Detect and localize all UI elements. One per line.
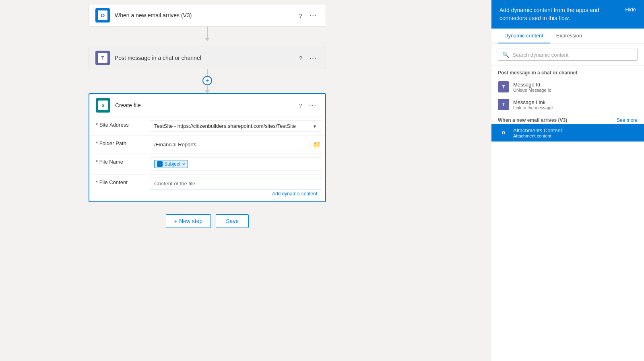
file-name-input-wrapper[interactable]: Subject ✕	[146, 154, 325, 174]
subject-chip-label: Subject	[164, 161, 180, 167]
message-link-icon: T	[498, 99, 509, 110]
teams-step-title: Post message in a chat or channel	[115, 55, 297, 61]
file-name-input[interactable]: Subject ✕	[150, 157, 321, 171]
panel-hide-button[interactable]: Hide	[625, 6, 636, 12]
folder-browser-icon[interactable]: 📁	[313, 141, 321, 148]
site-address-label: * Site Address	[89, 117, 146, 133]
email-help-button[interactable]: ?	[297, 11, 304, 20]
add-dynamic-content-link[interactable]: Add dynamic content	[150, 189, 321, 198]
connector-arrow-1	[205, 38, 210, 41]
message-link-name: Message Link	[513, 99, 638, 105]
file-content-input-wrapper[interactable]: Add dynamic content	[146, 174, 325, 201]
message-id-text: Message Id Unique Message Id	[513, 82, 638, 92]
file-content-label: * File Content	[89, 174, 146, 190]
dynamic-content-panel: Add dynamic content from the apps and co…	[491, 0, 644, 361]
subject-chip-close[interactable]: ✕	[182, 162, 185, 166]
message-link-text: Message Link Link to the message	[513, 99, 638, 110]
connector-line-bottom	[207, 85, 208, 90]
site-address-row: * Site Address TestSite - https://citize…	[89, 117, 325, 135]
attachments-content-name: Attachments Content	[513, 127, 638, 133]
outlook-icon: O	[98, 10, 107, 20]
site-address-input-wrapper[interactable]: TestSite - https://citizenbuilders.share…	[146, 117, 325, 135]
see-more-link[interactable]: See more	[617, 117, 638, 123]
file-name-row: * File Name Subject ✕	[89, 154, 325, 174]
outlook-icon-wrapper: O	[95, 8, 110, 23]
panel-header: Add dynamic content from the apps and co…	[491, 0, 644, 29]
panel-header-text: Add dynamic content from the apps and co…	[500, 6, 625, 22]
teams-icon-wrapper: T	[95, 51, 110, 65]
search-box[interactable]: 🔍	[498, 49, 638, 61]
section-title-email: When a new email arrives (V3)	[498, 117, 567, 123]
connector-line-1	[207, 27, 208, 38]
new-step-button[interactable]: + New step	[166, 214, 211, 228]
teams-step-actions: ? ···	[297, 53, 319, 63]
teams-ellipsis-button[interactable]: ···	[307, 53, 319, 63]
email-ellipsis-button[interactable]: ···	[307, 10, 319, 21]
bottom-buttons: + New step Save	[166, 214, 249, 228]
email-step-title: When a new email arrives (V3)	[115, 12, 297, 18]
folder-path-input[interactable]: /Financial Reports	[150, 139, 310, 150]
site-address-select[interactable]: TestSite - https://citizenbuilders.share…	[150, 120, 321, 132]
file-content-input[interactable]	[150, 178, 321, 189]
message-id-icon: T	[498, 81, 509, 92]
folder-path-value: /Financial Reports	[154, 142, 196, 148]
create-file-title: Create file	[115, 102, 297, 109]
message-link-desc: Link to the message	[513, 105, 638, 110]
message-id-name: Message Id	[513, 82, 638, 88]
save-button[interactable]: Save	[216, 214, 249, 228]
connector-arrow-2	[205, 90, 210, 93]
site-address-chevron	[313, 123, 317, 129]
create-file-card: S Create file ? ··· * Site Address Test	[89, 93, 326, 202]
message-id-desc: Unique Message Id	[513, 88, 638, 92]
file-name-label: * File Name	[89, 154, 146, 170]
folder-path-label: * Folder Path	[89, 135, 146, 151]
search-input[interactable]	[512, 52, 633, 58]
connector-plus-1: +	[202, 69, 212, 93]
section-title-teams: Post message in a chat or channel	[491, 66, 644, 78]
email-step-card[interactable]: O When a new email arrives (V3) ? ···	[89, 4, 326, 27]
main-canvas: O When a new email arrives (V3) ? ··· T …	[0, 0, 415, 361]
attachments-content-desc: Attachment content	[513, 133, 638, 138]
sharepoint-icon-wrapper: S	[96, 98, 110, 113]
create-file-actions: ? ···	[297, 101, 319, 111]
file-content-row: * File Content Add dynamic content	[89, 174, 325, 201]
folder-path-input-wrapper[interactable]: /Financial Reports 📁	[146, 135, 325, 154]
teams-help-button[interactable]: ?	[297, 54, 304, 62]
folder-path-row: * Folder Path /Financial Reports 📁	[89, 135, 325, 154]
create-file-header: S Create file ? ···	[89, 94, 325, 117]
teams-step-card[interactable]: T Post message in a chat or channel ? ··…	[89, 47, 326, 69]
dynamic-item-message-link[interactable]: T Message Link Link to the message	[491, 96, 644, 113]
connector-line-top	[207, 69, 208, 76]
add-step-button[interactable]: +	[202, 76, 212, 85]
tab-dynamic-content[interactable]: Dynamic content	[498, 29, 550, 43]
sharepoint-icon: S	[98, 101, 108, 110]
panel-tabs: Dynamic content Expression	[491, 29, 644, 44]
flow-container: O When a new email arrives (V3) ? ··· T …	[87, 4, 328, 228]
dynamic-item-attachments-content[interactable]: O Attachments Content Attachment content	[491, 124, 644, 142]
dynamic-item-message-id[interactable]: T Message Id Unique Message Id	[491, 78, 644, 96]
email-section-row: When a new email arrives (V3) See more	[491, 113, 644, 124]
attachments-content-icon: O	[498, 127, 509, 138]
subject-tag-chip[interactable]: Subject ✕	[154, 160, 188, 168]
create-file-ellipsis-button[interactable]: ···	[307, 101, 319, 111]
attachments-content-text: Attachments Content Attachment content	[513, 127, 638, 138]
teams-icon: T	[98, 53, 107, 63]
create-file-help-button[interactable]: ?	[297, 101, 303, 110]
panel-search: 🔍	[491, 44, 644, 66]
search-icon: 🔍	[502, 51, 509, 58]
create-file-body: * Site Address TestSite - https://citize…	[89, 117, 325, 201]
email-step-actions: ? ···	[297, 10, 319, 21]
subject-chip-icon	[157, 161, 163, 167]
tab-expression[interactable]: Expression	[550, 29, 588, 43]
connector-1	[205, 27, 210, 47]
site-address-value: TestSite - https://citizenbuilders.share…	[154, 123, 296, 129]
